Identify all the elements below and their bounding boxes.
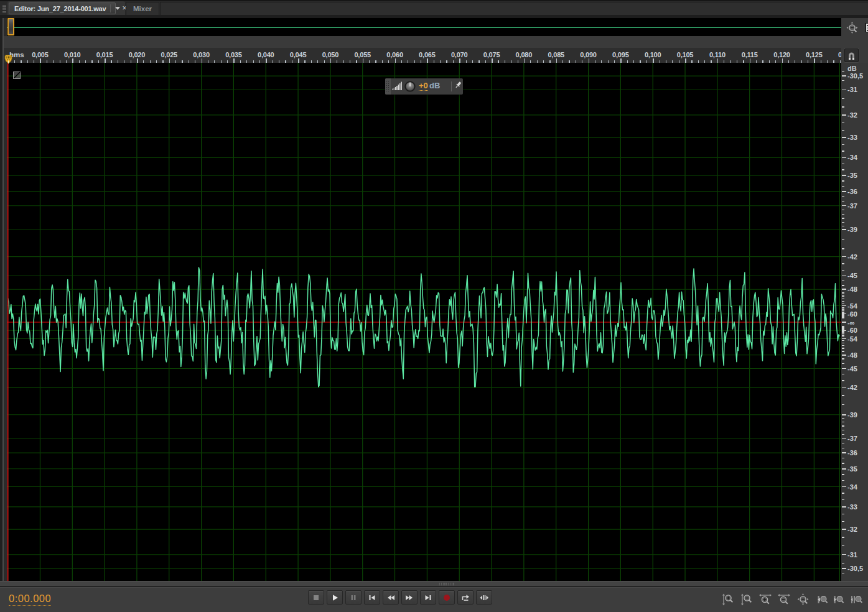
db-tick [842,151,844,152]
db-tick [842,480,844,481]
volume-hud[interactable]: +0 dB [385,78,463,95]
record-button[interactable] [439,590,455,605]
db-tick [842,380,844,381]
volume-bars-icon [392,81,403,91]
db-tick [842,299,844,300]
db-tick [842,422,844,423]
ruler-tick-label: 0,075 [483,51,500,58]
db-tick [842,340,844,341]
db-scale-label: -48 [847,351,857,359]
ruler-tick-major [298,58,299,63]
db-tick [842,326,844,327]
overview-zoom-out-full-icon[interactable] [846,21,861,36]
db-tick [842,90,846,91]
panel-list-icon[interactable] [865,23,868,32]
db-scale-label: -42 [847,384,857,391]
loop-playback-button[interactable] [457,590,474,605]
pin-icon[interactable] [454,81,462,89]
db-tick [842,452,846,453]
zoom-to-selection-button[interactable] [849,593,863,606]
zoom-in-time-button[interactable] [758,593,772,606]
tab-editor[interactable]: Editor: Jun_27_2014-001.wav × [7,1,125,16]
overview-zoom-handle[interactable] [7,18,14,35]
db-tick [842,351,844,352]
playhead-marker[interactable] [4,55,12,64]
ruler-tick-major [620,58,622,63]
db-scale-label: -54 [847,335,857,343]
move-to-next-button[interactable] [420,590,436,605]
scrollbar-grip-icon[interactable] [439,583,454,586]
db-tick [842,307,844,308]
ruler-tick-label: 0,015 [96,51,113,58]
horizontal-scrollbar[interactable] [0,581,868,586]
db-tick [842,248,844,249]
db-tick [842,554,846,555]
fast-forward-button[interactable] [401,590,418,605]
ruler-tick-label: 0,005 [32,51,49,58]
zoom-out-time-button[interactable] [777,593,791,606]
db-tick [842,123,844,124]
rewind-button[interactable] [383,590,399,605]
transport-bar: 0:00.000 [0,587,868,612]
hud-grip[interactable] [385,78,391,95]
tab-separator [110,4,111,12]
db-tick [842,130,844,131]
move-to-previous-button[interactable] [364,590,380,605]
zoom-to-out-point-button[interactable] [831,593,845,606]
db-tick [842,448,844,449]
db-tick [842,404,844,406]
ruler-tick-label: 0,080 [516,51,533,58]
ruler-tick-major [395,58,396,63]
amplitude-scale[interactable]: dB -30,5-31-32-33-34-35-36-37-39-42-45-4… [841,63,868,581]
ruler-tick-label: 0,045 [290,51,307,58]
time-ruler[interactable]: hms 0,0050,0100,0150,0200,0250,0300,0350… [4,48,841,63]
db-tick [842,180,844,182]
zoom-out-amplitude-button[interactable] [740,593,754,606]
zoom-in-amplitude-button[interactable] [721,593,735,606]
ruler-tick-major [427,58,428,63]
db-tick [842,387,846,389]
db-scale-label: -37 [847,435,857,442]
ruler-tick-major [685,58,686,63]
overview-gap [4,36,841,49]
db-tick [842,191,846,192]
gain-value[interactable]: +0 [419,81,428,91]
db-tick [842,318,844,319]
pause-button[interactable] [345,590,362,605]
time-display[interactable]: 0:00.000 [9,593,51,606]
zoom-to-in-point-button[interactable] [815,593,829,606]
ruler-tick-major [814,58,815,63]
snap-magnet-toggle[interactable] [844,49,859,62]
ruler-tick-label: 0,065 [419,51,436,58]
ruler-tick-major [40,58,41,63]
tab-editor-chrome[interactable]: Editor: Jun_27_2014-001.wav [9,2,116,14]
db-tick [842,289,846,290]
db-tick [842,529,846,530]
ruler-tick-major [266,58,267,63]
tab-mixer[interactable]: Mixer [126,2,159,16]
ruler-tick-major [524,58,525,63]
db-scale-label: -33 [847,134,857,141]
db-tick [842,348,844,349]
db-tick [842,169,844,170]
db-tick [842,506,846,508]
db-scale-label: -36 [847,188,857,195]
db-scale-label: -60 [847,310,857,318]
zoom-out-full-button[interactable] [796,593,810,606]
ruler-tick-major [717,58,719,63]
volume-knob[interactable] [404,81,416,92]
waveform-display[interactable] [7,63,841,581]
db-tick [842,499,844,501]
db-scale-label: -54 [847,302,857,310]
db-tick [842,331,844,332]
skip-selection-button[interactable] [476,590,492,605]
ruler-tick-label: 0,100 [645,51,661,58]
panel-grip-icon[interactable] [2,5,6,14]
overview-navigator-strip[interactable] [7,18,841,36]
db-scale-label: -39 [847,226,857,233]
stop-button[interactable] [308,590,324,605]
channel-corner-icon[interactable] [13,72,21,79]
play-button[interactable] [327,590,343,605]
ruler-tick-label: 0,070 [451,51,468,58]
db-scale-label: -31 [847,551,857,559]
